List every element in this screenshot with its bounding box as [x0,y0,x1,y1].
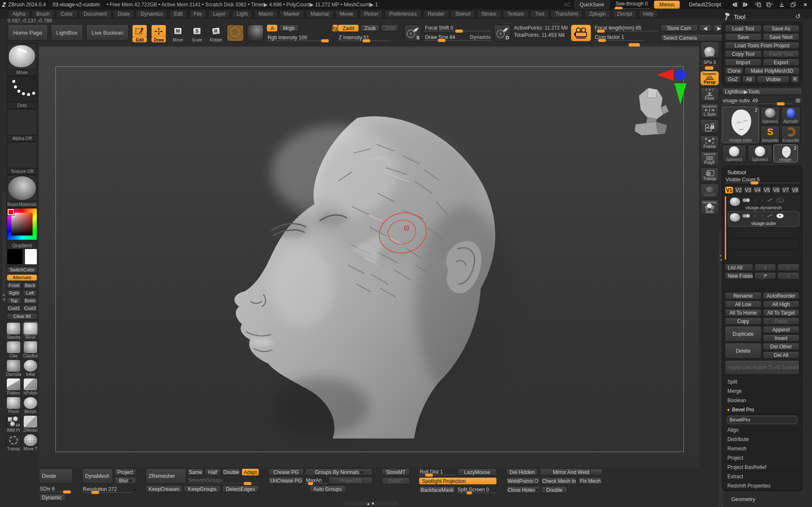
goz-r-button[interactable]: R [791,76,799,83]
prev-window-icon[interactable] [754,2,762,8]
del-other-button[interactable]: Del Other [763,343,800,350]
split-screen-handle[interactable] [466,491,472,495]
grip-down-arrow[interactable]: ▼ [371,502,375,506]
edit-subtool-icon[interactable] [768,198,773,202]
visible-count-slider[interactable]: Visible Count 5 [725,176,799,183]
menu-texture[interactable]: Texture [503,10,528,18]
tool-thumb-eraserbrush[interactable]: EraserBr [781,126,801,143]
active-tool-slider[interactable]: visage-subv. 49 [722,97,792,104]
new-folder-button[interactable]: New Folder [725,272,753,280]
lightbox-tools-button[interactable]: Lightbox▶Tools [722,88,802,95]
alpha-selector[interactable]: Alpha Off [7,109,37,142]
visibility-eye-icon[interactable] [776,198,784,203]
grip-up-arrow[interactable]: ▲ [366,502,370,506]
gizmo-x-axis[interactable] [657,69,674,81]
tool-r-button[interactable]: R [794,98,802,104]
brush-clay[interactable]: Clay [6,341,21,358]
menu-material[interactable]: Material [306,10,333,18]
save-button[interactable]: Save [725,33,762,41]
weldpoints-button[interactable]: WeldPoints [506,477,540,485]
smoothgroups-handle[interactable] [243,482,252,485]
polyframe-button[interactable]: Line Fill PolyF [700,151,719,166]
lazymouse-button[interactable]: LazyMouse [457,469,497,476]
floor-button[interactable]: X Y Z Floor [700,87,719,101]
canvas-frame[interactable] [55,66,684,452]
menu-tool[interactable]: Tool [530,10,549,18]
alternate[interactable]: Alternate [7,274,37,281]
section-align[interactable]: Align [722,425,802,435]
brush-damstandard[interactable]: DamSta [6,359,21,377]
load-tool-button[interactable]: Load Tool [725,25,762,32]
import-button[interactable]: Import [725,59,762,66]
section-remesh[interactable]: Remesh [722,444,802,453]
menu-macro[interactable]: Macro [254,10,277,18]
del-all-button[interactable]: Del All [763,351,800,359]
spix-slider[interactable]: SPix 3 [700,60,719,68]
focal-length-slider[interactable]: Focal length(mm) 85 [594,25,658,31]
switch-color[interactable]: SwitchColor [7,267,37,273]
default-zscript-button[interactable]: DefaultZScript [683,0,727,9]
menu-brush[interactable]: Brush [32,10,54,18]
menu-picker[interactable]: Picker [360,10,383,18]
draw-mode-button[interactable]: Draw [151,25,167,42]
move-up-button[interactable]: ↑ [754,264,776,271]
crop-factor-handle[interactable] [598,38,606,42]
displacement-icon[interactable]: ◑ [761,213,764,218]
paste-tool-button[interactable]: Paste Tool [763,50,800,58]
section-merge[interactable]: Merge [722,386,802,396]
v7-button[interactable]: V7 [782,186,790,194]
brush-move[interactable]: Move [23,322,38,340]
brush-inflat[interactable]: Inflat [23,359,38,377]
menu-preferences[interactable]: Preferences [385,10,421,18]
menus-button[interactable]: Menus [654,0,680,9]
close-holes-dial[interactable] [536,489,538,491]
adapt-button[interactable]: Adapt [242,469,259,476]
local-symmetry-button[interactable]: Dynamic L.Sym [700,103,719,118]
lock-camera-button[interactable] [700,119,719,134]
uv-icon[interactable]: ◐ [754,213,757,218]
spix-handle[interactable] [705,66,713,70]
delete-subtool-button[interactable]: Delete [725,343,762,359]
sculpt-canvas[interactable] [39,47,699,467]
menu-help[interactable]: Help [639,10,658,18]
polypaint-icon[interactable] [743,214,750,218]
split-screen-slider[interactable]: Split Screen 0 [457,486,497,493]
bottom-button[interactable]: Botm [23,298,37,304]
tool-thumb-alphabrush[interactable]: AlphaBr [781,107,801,124]
mrgb-button[interactable]: Mrgb [279,25,298,32]
brush-hpolish[interactable]: hPolish [23,378,38,395]
menu-light[interactable]: Light [232,10,252,18]
dynamic-size-icon[interactable]: D [494,25,511,41]
all-to-target-button[interactable]: All To Target [763,309,800,316]
minimize-icon[interactable] [777,2,786,8]
section-distribute[interactable]: Distribute [722,435,802,444]
apply-last-action-button[interactable]: Apply Last Action To All Subtools [725,360,799,375]
v5-button[interactable]: V5 [762,186,771,194]
subtool-row-subv[interactable]: ◐ ◑ visage-subv [728,211,799,227]
resolution-slider[interactable]: Resolution 272 [82,486,131,493]
draw-size-handle[interactable] [438,38,446,42]
folder-exit-button[interactable]: ↳ [777,272,799,280]
paste-button[interactable]: Paste [763,318,800,325]
active-tool-handle[interactable] [776,102,785,106]
keepgroups-button[interactable]: KeepGroups [184,485,220,493]
color-picker[interactable]: Gradient [7,208,37,249]
brush-pinch[interactable]: Pinch [6,397,21,414]
current-material-thumbnail[interactable] [247,25,264,41]
rotate-mode-button[interactable]: R Rotate [208,25,224,42]
all-high-button[interactable]: All High [763,301,800,308]
blur-dial[interactable] [129,480,132,482]
ghost-button[interactable]: Ghost [700,184,719,198]
select-camera-button[interactable]: Select Camera [661,34,724,41]
close-icon[interactable]: × [801,2,809,8]
folder-move-button[interactable]: ↱ [754,272,776,280]
resolution-handle[interactable] [91,491,99,494]
a-button[interactable]: A [267,25,278,32]
frame-button[interactable]: Frame [700,135,719,150]
scroll-right-icon[interactable] [742,2,750,8]
menu-movie[interactable]: Movie [335,10,358,18]
next-window-icon[interactable] [765,2,774,8]
left-tray-gutter[interactable]: ▸ ◂ [2,192,6,302]
roll-dist-handle[interactable] [425,473,433,477]
menu-document[interactable]: Document [79,10,112,18]
